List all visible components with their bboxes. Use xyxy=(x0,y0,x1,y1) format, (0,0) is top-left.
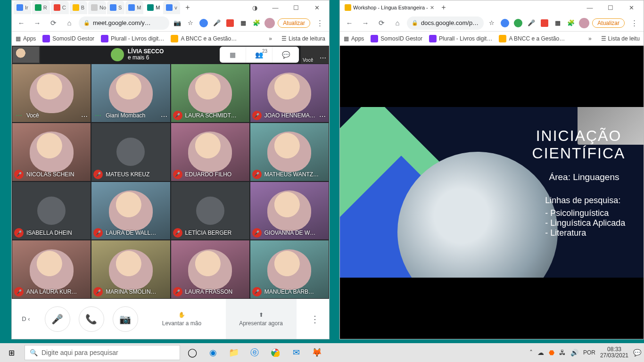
bookmarks-overflow-r[interactable]: » xyxy=(588,35,592,42)
tab-slides[interactable]: Workshop - Língua Estrangeira - ✕ xyxy=(342,1,436,14)
minimize-button-right[interactable]: — xyxy=(579,1,600,14)
new-tab-button-right[interactable]: + xyxy=(437,1,450,14)
tile-more-icon[interactable]: ⋯ xyxy=(319,113,326,120)
close-tab-icon[interactable]: ✕ xyxy=(162,5,163,11)
bookmark-0[interactable]: ▦Apps xyxy=(16,35,36,42)
tab-2[interactable]: C xyxy=(51,1,69,14)
ext-icon-r-voice[interactable]: 🎤 xyxy=(526,18,537,28)
profile-avatar-r[interactable] xyxy=(579,18,589,28)
chat-button[interactable]: 💬 xyxy=(272,47,299,63)
taskbar-mail-icon[interactable]: ✉ xyxy=(286,343,306,362)
taskbar-edge-icon[interactable]: ◉ xyxy=(203,343,223,362)
ext-icon-r1[interactable] xyxy=(500,18,510,28)
tray-language[interactable]: POR xyxy=(583,349,595,356)
taskbar-search[interactable]: 🔍 Digite aqui para pesquisar xyxy=(25,345,180,360)
bookmark-2[interactable]: Plurall - Livros digit… xyxy=(429,35,492,42)
self-thumbnail[interactable]: iMa… xyxy=(12,46,40,64)
participant-tile-10[interactable]: 🎤LETÍCIA BERGER xyxy=(171,181,250,240)
toggle-mic-button[interactable]: 🎤 xyxy=(45,306,70,332)
close-window-button-right[interactable]: ✕ xyxy=(621,1,642,14)
reading-list-r[interactable]: ☰Lista de leitu xyxy=(601,35,640,42)
url-input[interactable]: 🔒meet.google.com/y… xyxy=(79,16,169,30)
tray-antivirus-icon[interactable]: ⬣ xyxy=(549,349,554,356)
bookmark-star-r[interactable]: ☆ xyxy=(487,18,497,28)
extension-icon-translate[interactable] xyxy=(198,18,209,28)
hangup-button[interactable]: 📞 xyxy=(79,306,104,332)
ext-icon-r3[interactable] xyxy=(539,18,550,28)
forward-button[interactable]: → xyxy=(31,16,44,30)
taskbar-ie-icon[interactable]: ⓔ xyxy=(244,343,265,362)
bookmark-3[interactable]: A BNCC e a Gestão… xyxy=(499,35,565,42)
participant-tile-6[interactable]: 🎤EDUARDO FILHO xyxy=(171,123,250,181)
more-options-button[interactable]: ⋮ xyxy=(301,313,329,325)
extensions-puzzle-icon[interactable]: 🧩 xyxy=(251,18,262,28)
taskbar-firefox-icon[interactable]: 🦊 xyxy=(306,343,327,362)
reload-button[interactable]: ⟳ xyxy=(47,16,60,30)
participant-tile-8[interactable]: 🎤ISABELLA DHEIN xyxy=(12,181,91,240)
tab-7[interactable]: M✕ xyxy=(144,1,162,14)
url-input-r[interactable]: 🔒docs.google.com/p… xyxy=(407,16,484,30)
bookmark-2[interactable]: Plurall - Livros digit… xyxy=(101,35,164,42)
tray-network-icon[interactable]: 🖧 xyxy=(559,349,566,356)
cortana-icon[interactable]: ◯ xyxy=(182,343,203,362)
tile-more-icon[interactable]: ⋯ xyxy=(81,113,88,120)
extension-icon-2[interactable] xyxy=(225,18,235,28)
participant-tile-3[interactable]: 🎤JOAO HENNEMA…⋯ xyxy=(250,64,329,123)
extension-icon-voice[interactable]: 🎤 xyxy=(212,18,222,28)
tray-chevron-icon[interactable]: ˄ xyxy=(529,349,533,356)
bookmark-star-icon[interactable]: ☆ xyxy=(185,18,196,28)
camera-permission-icon[interactable]: 📷 xyxy=(172,18,182,28)
tray-clock[interactable]: 08:33 27/03/2021 xyxy=(600,346,628,359)
update-button-r[interactable]: Atualizar xyxy=(592,18,625,28)
taskbar-chrome-icon[interactable] xyxy=(265,343,286,362)
close-window-button[interactable]: ✕ xyxy=(306,1,327,14)
new-tab-button[interactable]: + xyxy=(181,1,194,14)
participants-button[interactable]: 👥23 xyxy=(246,47,272,63)
ext-icon-r2[interactable] xyxy=(513,18,523,28)
participant-tile-15[interactable]: 🎤MANUELA BARB… xyxy=(250,240,329,299)
home-button-r[interactable]: ⌂ xyxy=(391,16,404,30)
reload-button-r[interactable]: ⟳ xyxy=(375,16,388,30)
participant-tile-14[interactable]: 🎤LAURA FRASSON xyxy=(171,240,250,299)
minimize-button[interactable]: — xyxy=(265,1,286,14)
tray-onedrive-icon[interactable]: ☁ xyxy=(537,349,544,356)
participant-tile-1[interactable]: ⋯Giani Mombach⋯ xyxy=(91,64,170,123)
layout-icon[interactable]: ▦ xyxy=(220,47,246,63)
reading-list-button[interactable]: ☰Lista de leitura xyxy=(281,35,325,42)
tile-more-icon[interactable]: ⋯ xyxy=(161,113,167,120)
tab-1[interactable]: R xyxy=(32,1,50,14)
tray-notifications-icon[interactable]: 💬 xyxy=(633,349,641,356)
extension-icon-grid[interactable]: ▦ xyxy=(238,18,248,28)
start-button[interactable]: ⊞ xyxy=(0,343,23,362)
tab-5[interactable]: S xyxy=(107,1,124,14)
thumb-more-icon[interactable]: ⋯ xyxy=(320,54,326,62)
slide-viewport[interactable]: INICIAÇÃOCIENTÍFICA Área: Linguagens Lin… xyxy=(340,46,644,339)
participant-tile-2[interactable]: 🎤LAURA SCHMIDT… xyxy=(171,64,250,123)
chrome-menu-r[interactable]: ⋮ xyxy=(627,16,641,30)
back-button[interactable]: ← xyxy=(15,16,28,30)
tray-volume-icon[interactable]: 🔊 xyxy=(570,349,578,356)
tab-4[interactable]: Nova xyxy=(88,1,106,14)
present-now-button[interactable]: ⬆Apresentar agora xyxy=(226,299,297,339)
raise-hand-button[interactable]: ✋Levantar a mão xyxy=(147,299,217,339)
participant-tile-12[interactable]: 🎤ANA LAURA KUR… xyxy=(12,240,91,299)
profile-avatar[interactable] xyxy=(264,18,275,28)
tab-8[interactable]: v xyxy=(163,1,180,14)
participant-tile-11[interactable]: 🎤GIOVANNA DE W… xyxy=(250,181,329,240)
bookmark-3[interactable]: A BNCC e a Gestão… xyxy=(171,35,237,42)
maximize-button-right[interactable]: ☐ xyxy=(600,1,621,14)
update-button[interactable]: Atualizar xyxy=(278,18,310,28)
extensions-puzzle-r[interactable]: 🧩 xyxy=(566,18,576,28)
ext-icon-r-grid[interactable]: ▦ xyxy=(553,18,563,28)
close-tab-icon[interactable]: ✕ xyxy=(430,5,434,11)
participant-tile-5[interactable]: 🎤MATEUS KREUZ xyxy=(91,123,170,181)
bookmarks-overflow-icon[interactable]: » xyxy=(269,35,272,42)
participant-tile-9[interactable]: 🎤LAURA DE WALL… xyxy=(91,181,170,240)
participant-tile-13[interactable]: 🎤MARINA SMOLIN… xyxy=(91,240,170,299)
maximize-button[interactable]: ☐ xyxy=(286,1,306,14)
participant-tile-7[interactable]: 🎤MATHEUS WANTZ… xyxy=(250,123,329,181)
participant-tile-4[interactable]: 🎤NICOLAS SCHEIN xyxy=(12,123,91,181)
meeting-info-button[interactable]: D ‹ xyxy=(12,315,40,322)
tab-0[interactable]: Ir xyxy=(14,1,31,14)
taskbar-explorer-icon[interactable]: 📁 xyxy=(223,343,244,362)
